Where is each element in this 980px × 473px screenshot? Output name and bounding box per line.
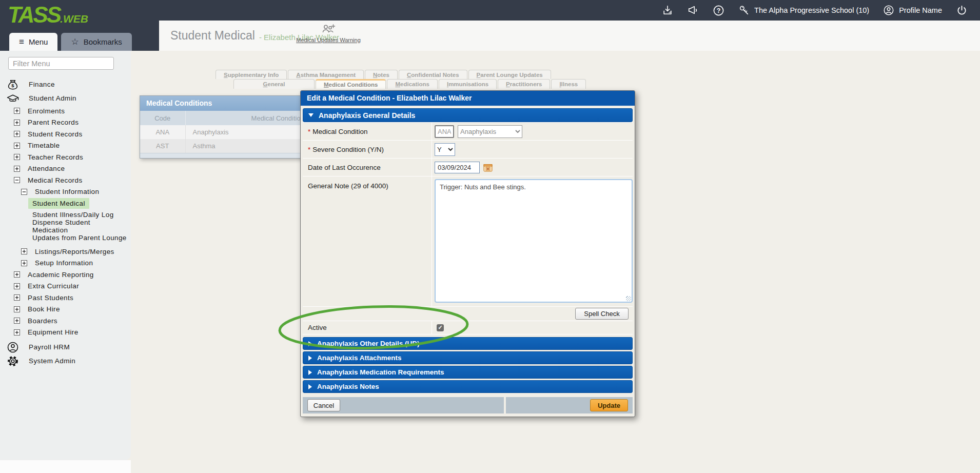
expand-icon[interactable] [14, 283, 20, 289]
sidebar-item-label: Academic Reporting [24, 269, 98, 280]
sidebar-item-teacher-records[interactable]: Teacher Records [0, 151, 131, 163]
tab-practitioners[interactable]: Practitioners [498, 79, 550, 89]
sidebar-item-student-records[interactable]: Student Records [0, 128, 131, 140]
spell-check-button[interactable]: Spell Check [575, 308, 629, 320]
sidebar-item-label: Payroll HRM [25, 342, 74, 352]
tass-logo[interactable]: TASS.WEB [8, 2, 88, 28]
severe-condition-select[interactable]: Y [435, 143, 455, 156]
sidebar-item-label: Past Students [24, 292, 77, 303]
condition-select[interactable]: Anaphylaxis [458, 125, 522, 138]
expand-icon[interactable] [14, 108, 20, 114]
section-anaphylaxis-attachments[interactable]: Anaphylaxis Attachments [303, 351, 633, 364]
chevron-right-icon [308, 341, 312, 346]
sidebar-item-boarders[interactable]: Boarders [0, 315, 131, 327]
sidebar-item-timetable[interactable]: Timetable [0, 140, 131, 152]
sidebar-item-label: System Admin [25, 356, 80, 366]
sidebar-item-payroll-hrm[interactable]: Payroll HRM [0, 340, 131, 354]
tab-asthma-management[interactable]: Asthma Management [288, 70, 364, 79]
expand-icon[interactable] [14, 306, 20, 312]
expand-icon[interactable] [14, 318, 20, 324]
tab-parent-lounge-updates[interactable]: Parent Lounge Updates [468, 70, 551, 79]
sidebar-item-student-medical[interactable]: Student Medical [0, 198, 131, 209]
field-label: General Note (29 of 4000) [303, 176, 432, 306]
sidebar-item-updates-from-parent-lounge[interactable]: Updates from Parent Lounge [0, 232, 131, 244]
expand-icon[interactable] [14, 120, 20, 126]
date-input[interactable] [435, 162, 480, 173]
tab-medical-conditions[interactable]: Medical Conditions [316, 79, 386, 89]
filter-menu-input[interactable] [8, 57, 114, 70]
import-download-icon[interactable] [662, 5, 673, 16]
menu-tab[interactable]: ≡ Menu [9, 33, 57, 51]
expand-icon[interactable] [14, 143, 20, 149]
chevron-right-icon [308, 356, 312, 361]
sidebar-item-dispense-student-medication[interactable]: Dispense Student Medication [0, 221, 131, 232]
expand-icon[interactable] [14, 154, 20, 160]
profile-menu[interactable]: Profile Name [883, 5, 942, 16]
sidebar-item-label: Setup Information [31, 258, 97, 268]
expand-icon[interactable] [14, 131, 20, 137]
expand-icon[interactable] [21, 260, 27, 266]
bookmarks-tab[interactable]: ☆ Bookmarks [61, 33, 131, 51]
medical-updates-warning-link[interactable]: Medical Updates Warning [287, 24, 369, 48]
tab-medications[interactable]: Medications [387, 79, 437, 89]
sidebar-item-label: Updates from Parent Lounge [28, 232, 131, 243]
spell-check-row: Spell Check [303, 306, 633, 321]
expand-icon[interactable] [21, 248, 27, 254]
user-icon [883, 5, 894, 16]
general-note-textarea[interactable]: Trigger: Nuts and Bee stings. [435, 179, 633, 303]
sidebar-item-academic-reporting[interactable]: Academic Reporting [0, 269, 131, 281]
sidebar-item-system-admin[interactable]: System Admin [0, 354, 131, 368]
section-anaphylaxis-general-details[interactable]: Anaphylaxis General Details [303, 108, 633, 122]
cancel-button[interactable]: Cancel [307, 399, 340, 411]
condition-code-input[interactable] [435, 125, 454, 138]
logout-power-icon[interactable] [956, 5, 968, 16]
sidebar-item-label: Listings/Reports/Merges [31, 246, 119, 257]
school-switcher[interactable]: The Alpha Progressive School (10) [738, 5, 869, 16]
field-label-text: Active [308, 324, 327, 331]
sidebar-item-setup-information[interactable]: Setup Information [0, 258, 131, 269]
sidebar-item-book-hire[interactable]: Book Hire [0, 304, 131, 316]
collapse-icon[interactable] [14, 177, 20, 183]
sidebar-item-student-information[interactable]: Student Information [0, 186, 131, 198]
sidebar-item-label: Student Information [31, 186, 103, 197]
sidebar-item-listings-reports-merges[interactable]: Listings/Reports/Merges [0, 246, 131, 258]
tab-illness[interactable]: Illness [551, 79, 586, 89]
tab-row-primary: GeneralMedical ConditionsMedicationsImmu… [233, 79, 587, 89]
expand-icon[interactable] [14, 271, 20, 278]
sidebar-item-label: Student Admin [25, 93, 81, 104]
section-anaphylaxis-medication-requirements[interactable]: Anaphylaxis Medication Requirements [303, 366, 633, 379]
dialog-title: Edit a Medical Condition - Elizabeth Lil… [301, 91, 635, 106]
expand-icon[interactable] [14, 166, 20, 172]
tab-notes[interactable]: Notes [365, 70, 398, 79]
announcements-megaphone-icon[interactable] [687, 5, 699, 16]
sidebar-item-student-admin[interactable]: Student Admin [0, 91, 131, 105]
tab-general[interactable]: General [233, 79, 315, 89]
section-anaphylaxis-notes[interactable]: Anaphylaxis Notes [303, 380, 633, 393]
field-row-medical-condition: * Medical Condition Anaphylaxis [303, 122, 633, 140]
section-label: Anaphylaxis General Details [319, 111, 415, 120]
section-anaphylaxis-other-details-ud[interactable]: Anaphylaxis Other Details (UD) [303, 337, 633, 350]
sidebar-item-label: Equipment Hire [24, 327, 83, 338]
calendar-picker-icon[interactable] [483, 163, 493, 172]
expand-icon[interactable] [14, 294, 20, 301]
sidebar-item-parent-records[interactable]: Parent Records [0, 117, 131, 129]
expand-icon[interactable] [14, 329, 20, 336]
collapse-icon[interactable] [21, 189, 27, 195]
tab-immunisations[interactable]: Immunisations [439, 79, 497, 89]
profile-name: Profile Name [899, 6, 942, 14]
sidebar-item-extra-curricular[interactable]: Extra Curricular [0, 281, 131, 292]
sidebar-item-finance[interactable]: $Finance [0, 77, 131, 91]
active-checkbox[interactable]: ✓ [437, 324, 444, 331]
tab-supplementary-info[interactable]: Supplementary Info [215, 70, 287, 79]
field-value [432, 159, 633, 176]
help-icon[interactable]: ? [713, 5, 724, 16]
tab-confidential-notes[interactable]: Confidential Notes [399, 70, 467, 79]
sidebar-item-enrolments[interactable]: Enrolments [0, 105, 131, 117]
sidebar-item-medical-records[interactable]: Medical Records [0, 174, 131, 186]
sidebar-item-attendance[interactable]: Attendance [0, 163, 131, 175]
sidebar-item-label: Extra Curricular [24, 281, 83, 291]
sidebar-item-label: Student Records [24, 129, 87, 140]
sidebar-item-past-students[interactable]: Past Students [0, 292, 131, 304]
update-button[interactable]: Update [590, 399, 628, 411]
sidebar-item-equipment-hire[interactable]: Equipment Hire [0, 327, 131, 339]
